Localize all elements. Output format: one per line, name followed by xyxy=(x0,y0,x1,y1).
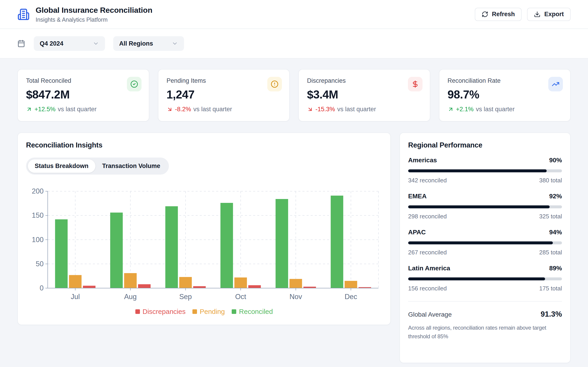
x-axis-tick-label: Jul xyxy=(71,293,80,301)
bar-reconciled-oct xyxy=(221,203,233,288)
bar-pending-oct xyxy=(234,277,247,288)
bar-pending-aug xyxy=(124,273,137,288)
region-percent: 89% xyxy=(549,265,562,272)
kpi-card-discrepancies: Discrepancies $3.4M -15.3% vs last quart… xyxy=(298,69,430,122)
kpi-icon-badge xyxy=(127,77,141,92)
x-axis-tick-label: Dec xyxy=(345,293,357,301)
kpi-value: $3.4M xyxy=(307,88,422,101)
bar-pending-nov xyxy=(289,279,302,288)
kpi-value: 1,247 xyxy=(167,88,281,101)
chevron-down-icon xyxy=(172,40,178,47)
refresh-button[interactable]: Refresh xyxy=(475,8,522,21)
kpi-icon-badge xyxy=(548,77,563,92)
status-breakdown-chart: 050100150200JulAugSepOctNovDec xyxy=(26,180,383,308)
tab-transaction-volume[interactable]: Transaction Volume xyxy=(95,159,167,173)
legend-swatch xyxy=(135,309,140,314)
bar-discrepancies-sep xyxy=(193,286,206,288)
bar-reconciled-aug xyxy=(110,213,123,288)
kpi-label: Reconciliation Rate xyxy=(448,77,562,84)
region-progress-bar xyxy=(408,277,562,280)
regional-card-title: Regional Performance xyxy=(408,141,562,149)
legend-item-pending: Pending xyxy=(192,308,225,316)
arrow-down-right-icon xyxy=(167,106,173,112)
circle-check-icon xyxy=(130,80,138,88)
legend-swatch xyxy=(192,309,197,314)
kpi-icon-badge xyxy=(408,77,423,92)
chart-tabs: Status Breakdown Transaction Volume xyxy=(26,158,169,175)
bar-discrepancies-oct xyxy=(248,285,261,288)
region-row-apac: APAC 94% 267 reconciled 285 total xyxy=(408,229,562,256)
chart-card-title: Reconciliation Insights xyxy=(26,141,382,149)
region-select-value: All Regions xyxy=(119,40,153,47)
bar-reconciled-nov xyxy=(276,199,288,288)
region-total: 175 total xyxy=(539,285,562,292)
global-average-value: 91.3% xyxy=(541,310,562,318)
bar-reconciled-dec xyxy=(331,196,343,288)
region-name: APAC xyxy=(408,229,426,236)
dollar-sign-icon xyxy=(411,80,419,88)
refresh-icon xyxy=(482,11,488,17)
page-title: Global Insurance Reconciliation xyxy=(36,6,152,15)
kpi-label: Total Reconciled xyxy=(26,77,141,84)
legend-label: Discrepancies xyxy=(143,308,186,316)
region-reconciled: 156 reconciled xyxy=(408,285,447,292)
kpi-delta-value: +2.1% xyxy=(456,106,474,113)
export-button[interactable]: Export xyxy=(527,8,571,21)
x-axis-tick-label: Sep xyxy=(179,293,192,301)
kpi-value: 98.7% xyxy=(448,88,562,101)
kpi-delta: -8.2% vs last quarter xyxy=(167,106,281,113)
region-percent: 94% xyxy=(549,229,562,236)
x-axis-tick-label: Nov xyxy=(289,293,302,301)
chevron-down-icon xyxy=(93,40,99,47)
legend-item-reconciled: Reconciled xyxy=(232,308,273,316)
period-select[interactable]: Q4 2024 xyxy=(34,36,105,51)
kpi-label: Discrepancies xyxy=(307,77,422,84)
divider xyxy=(408,301,562,301)
calendar-icon xyxy=(17,40,25,47)
arrow-up-right-icon xyxy=(26,106,32,112)
kpi-icon-badge xyxy=(267,77,282,92)
region-row-americas: Americas 90% 342 reconciled 380 total xyxy=(408,157,562,184)
kpi-delta-value: +12.5% xyxy=(35,106,55,113)
legend-swatch xyxy=(232,309,236,314)
region-progress-fill xyxy=(408,205,550,208)
region-row-latin-america: Latin America 89% 156 reconciled 175 tot… xyxy=(408,265,562,292)
download-icon xyxy=(534,11,541,17)
period-select-value: Q4 2024 xyxy=(40,40,63,47)
region-reconciled: 298 reconciled xyxy=(408,213,447,220)
tab-status-breakdown[interactable]: Status Breakdown xyxy=(28,159,95,173)
bar-discrepancies-aug xyxy=(138,284,151,288)
bar-reconciled-jul xyxy=(55,219,68,288)
region-progress-fill xyxy=(408,242,553,244)
region-reconciled: 342 reconciled xyxy=(408,177,447,184)
x-axis-tick-label: Oct xyxy=(235,293,246,301)
region-name: Americas xyxy=(408,157,437,164)
kpi-row: Total Reconciled $847.2M +12.5% vs last … xyxy=(17,69,571,122)
brand: Global Insurance Reconciliation Insights… xyxy=(17,6,152,23)
arrow-down-right-icon xyxy=(307,106,313,112)
y-axis-tick-label: 0 xyxy=(40,284,43,292)
kpi-delta-suffix: vs last quarter xyxy=(58,106,96,113)
kpi-delta-suffix: vs last quarter xyxy=(337,106,376,113)
region-select[interactable]: All Regions xyxy=(113,36,184,51)
region-total: 325 total xyxy=(539,213,562,220)
building-icon xyxy=(17,8,30,21)
kpi-delta-value: -8.2% xyxy=(175,106,191,113)
region-total: 285 total xyxy=(539,249,562,256)
region-percent: 90% xyxy=(549,157,562,164)
y-axis-tick-label: 100 xyxy=(32,236,43,244)
kpi-delta: -15.3% vs last quarter xyxy=(307,106,422,113)
regional-performance-card: Regional Performance Americas 90% 342 re… xyxy=(399,133,571,363)
y-axis-tick-label: 50 xyxy=(36,260,43,268)
bar-discrepancies-jul xyxy=(83,286,95,288)
trending-up-icon xyxy=(552,80,560,88)
kpi-delta: +12.5% vs last quarter xyxy=(26,106,141,113)
kpi-value: $847.2M xyxy=(26,88,141,101)
kpi-label: Pending Items xyxy=(167,77,281,84)
region-progress-bar xyxy=(408,205,562,208)
export-label: Export xyxy=(544,11,564,18)
kpi-delta-suffix: vs last quarter xyxy=(193,106,232,113)
reconciliation-insights-card: Reconciliation Insights Status Breakdown… xyxy=(17,133,391,325)
alert-circle-icon xyxy=(271,80,278,88)
header-actions: Refresh Export xyxy=(475,8,571,21)
